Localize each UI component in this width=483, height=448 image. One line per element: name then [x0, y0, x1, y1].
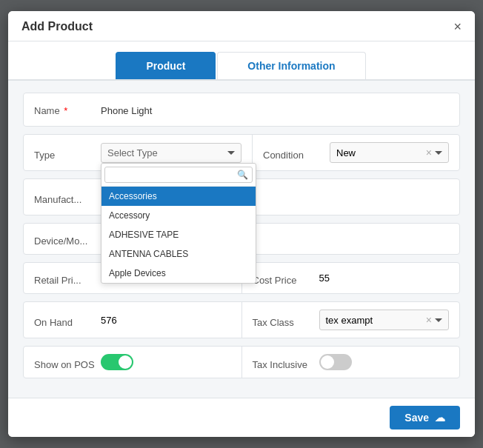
show-on-pos-label: Show on POS	[34, 355, 101, 370]
retail-price-label: Retail Pri...	[34, 270, 101, 286]
save-button[interactable]: Save ☁	[390, 406, 460, 429]
on-hand-cell: On Hand 576	[24, 302, 242, 338]
tax-class-label: Tax Class	[253, 312, 319, 328]
type-cell: Type Select Type 🔍	[24, 135, 252, 170]
tax-class-row: tex exampt ×	[319, 310, 450, 330]
modal-body: Name * Phone Light Type Select Type	[8, 81, 475, 398]
condition-label: Condition	[263, 145, 330, 161]
tab-other-information[interactable]: Other Information	[217, 52, 365, 79]
condition-select[interactable]: New ×	[330, 142, 449, 163]
save-label: Save	[404, 412, 429, 424]
tax-class-cell: Tax Class tex exampt ×	[242, 302, 460, 338]
dropdown-search-input[interactable]	[104, 167, 253, 183]
modal-footer: Save ☁	[8, 398, 475, 437]
save-cloud-icon: ☁	[435, 412, 445, 424]
cost-price-label: Cost Price	[253, 270, 319, 286]
tax-class-clear-icon[interactable]: ×	[426, 314, 432, 326]
tax-class-chevron-icon	[435, 318, 442, 322]
tax-class-select[interactable]: tex exampt ×	[319, 310, 450, 330]
dropdown-item-accessories[interactable]: Accessories	[101, 187, 256, 206]
device-model-label: Device/Mo...	[34, 231, 101, 247]
required-indicator: *	[64, 105, 67, 116]
show-on-pos-toggle[interactable]	[101, 354, 133, 370]
cost-price-cell: Cost Price 55	[242, 263, 460, 293]
tab-bar: Product Other Information	[8, 41, 475, 81]
modal-overlay: Add Product × Product Other Information …	[0, 0, 483, 448]
pos-tax-inclusive-row: Show on POS Tax Inclusive	[23, 346, 460, 378]
type-condition-row: Type Select Type 🔍	[23, 134, 460, 171]
tab-product[interactable]: Product	[116, 52, 216, 79]
type-chevron-icon	[227, 151, 235, 155]
manufacturer-right-cell	[242, 179, 460, 215]
device-model-right-cell	[242, 224, 460, 254]
close-button[interactable]: ×	[453, 20, 462, 33]
name-label: Name *	[34, 101, 101, 116]
on-hand-value: 576	[101, 315, 117, 326]
type-select-text: Select Type	[107, 147, 158, 158]
condition-chevron-icon	[435, 151, 442, 155]
condition-clear-icon[interactable]: ×	[426, 147, 432, 158]
dropdown-item-adhesive-tape[interactable]: ADHESIVE TAPE	[101, 225, 256, 244]
condition-cell: Condition New ×	[252, 135, 459, 170]
add-product-modal: Add Product × Product Other Information …	[8, 11, 475, 437]
condition-value: New	[336, 147, 356, 158]
dropdown-item-apple-devices[interactable]: Apple Devices	[101, 264, 256, 283]
onhand-tax-row: On Hand 576 Tax Class tex exampt ×	[23, 301, 460, 338]
tax-inclusive-label: Tax Inclusive	[253, 355, 319, 370]
tax-inclusive-toggle[interactable]	[319, 354, 352, 370]
tax-inclusive-cell: Tax Inclusive	[242, 347, 460, 378]
modal-header: Add Product ×	[8, 11, 475, 41]
dropdown-search-wrap: 🔍	[101, 164, 256, 187]
modal-title: Add Product	[21, 20, 93, 33]
show-on-pos-cell: Show on POS	[24, 347, 242, 378]
name-value: Phone Light	[101, 101, 449, 116]
type-select[interactable]: Select Type	[101, 143, 242, 163]
name-row: Name * Phone Light	[23, 93, 460, 127]
dropdown-list: Accessories Accessory ADHESIVE TAPE ANTE…	[101, 187, 256, 283]
tax-class-value: tex exampt	[326, 315, 373, 326]
cost-price-value: 55	[319, 273, 330, 284]
type-select-container: Select Type 🔍 Accessories	[101, 143, 242, 163]
type-dropdown-panel: 🔍 Accessories Accessory ADHESI	[101, 163, 256, 284]
type-label: Type	[34, 145, 101, 161]
dropdown-item-accessory[interactable]: Accessory	[101, 206, 256, 225]
on-hand-label: On Hand	[34, 312, 101, 328]
dropdown-search-icon: 🔍	[237, 170, 248, 180]
dropdown-item-antenna-cables[interactable]: ANTENNA CABLES	[101, 244, 256, 264]
condition-row: New ×	[330, 142, 449, 163]
manufacturer-label: Manufact...	[34, 190, 101, 205]
